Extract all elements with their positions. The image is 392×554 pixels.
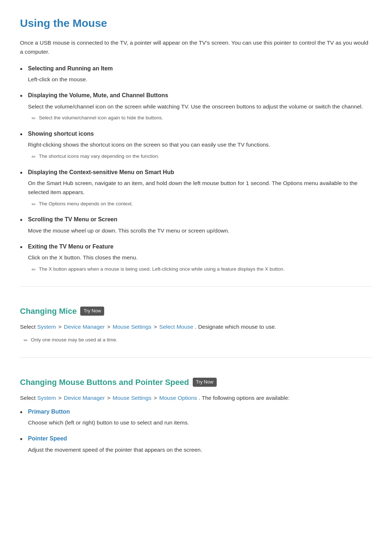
pencil-icon-6: ✏ xyxy=(32,266,36,274)
note-6: ✏ The X button appears when a mouse is b… xyxy=(32,265,372,274)
note-text-3: The shortcut icons may vary depending on… xyxy=(39,152,159,160)
list-item: Exiting the TV Menu or Feature Click on … xyxy=(20,242,372,274)
bullet-text-5: Move the mouse wheel up or down. This sc… xyxy=(28,226,372,235)
list-item: Displaying the Volume, Mute, and Channel… xyxy=(20,91,372,123)
section2-text-before: Select xyxy=(20,395,36,401)
bullet-text-2: Select the volume/channel icon on the sc… xyxy=(28,102,372,111)
section2-bullet-text-2: Adjust the movement speed of the pointer… xyxy=(28,446,372,455)
bullet-heading-5: Scrolling the TV Menu or Screen xyxy=(28,215,372,224)
arrow-6: > xyxy=(154,395,158,401)
page-title: Using the Mouse xyxy=(20,15,372,32)
bullet-text-6: Click on the X button. This closes the m… xyxy=(28,253,372,262)
list-item: Primary Button Choose which (left or rig… xyxy=(20,407,372,427)
section1-link-device-manager[interactable]: Device Manager xyxy=(64,324,105,330)
arrow-2: > xyxy=(107,324,112,330)
main-bullet-list: Selecting and Running an Item Left-click… xyxy=(20,64,372,274)
section2-text: Select System > Device Manager > Mouse S… xyxy=(20,394,372,403)
section1-note: ✏ Only one mouse may be used at a time. xyxy=(24,336,372,344)
arrow-3: > xyxy=(154,324,158,330)
section-divider-2 xyxy=(20,357,372,358)
section1-text: Select System > Device Manager > Mouse S… xyxy=(20,323,372,332)
arrow-1: > xyxy=(58,324,63,330)
list-item: Scrolling the TV Menu or Screen Move the… xyxy=(20,215,372,235)
list-item: Pointer Speed Adjust the movement speed … xyxy=(20,434,372,454)
pencil-icon-4: ✏ xyxy=(32,200,36,208)
section2-link-system[interactable]: System xyxy=(37,395,56,401)
intro-paragraph: Once a USB mouse is connected to the TV,… xyxy=(20,38,372,57)
section2-bullet-heading-2[interactable]: Pointer Speed xyxy=(28,434,372,443)
section1-text-after: . Designate which mouse to use. xyxy=(195,324,276,330)
section2-text-after: . The following options are available: xyxy=(199,395,289,401)
section1-heading: Changing Mice Try Now xyxy=(20,305,372,317)
pencil-icon-s1: ✏ xyxy=(24,336,28,344)
section2-bullet-list: Primary Button Choose which (left or rig… xyxy=(20,407,372,455)
section2-bullet-text-1: Choose which (left or right) button to u… xyxy=(28,418,372,427)
bullet-heading-6: Exiting the TV Menu or Feature xyxy=(28,242,372,251)
section2-bullet-heading-1[interactable]: Primary Button xyxy=(28,407,372,416)
note-text-4: The Options menu depends on the context. xyxy=(39,200,133,208)
section1-link-select-mouse[interactable]: Select Mouse xyxy=(159,324,193,330)
section2-link-mouse-options[interactable]: Mouse Options xyxy=(159,395,197,401)
note-text-2: Select the volume/channel icon again to … xyxy=(39,114,163,122)
note-3: ✏ The shortcut icons may vary depending … xyxy=(32,152,372,161)
try-now-badge-1[interactable]: Try Now xyxy=(80,307,104,316)
arrow-4: > xyxy=(58,395,63,401)
list-item: Displaying the Context-sensitive Menu on… xyxy=(20,168,372,209)
section1-text-before: Select xyxy=(20,324,36,330)
note-4: ✏ The Options menu depends on the contex… xyxy=(32,200,372,208)
section1-link-system[interactable]: System xyxy=(37,324,56,330)
section2-heading: Changing Mouse Buttons and Pointer Speed… xyxy=(20,376,372,389)
bullet-text-1: Left-click on the mouse. xyxy=(28,75,372,84)
section-divider-1 xyxy=(20,286,372,287)
bullet-heading-3: Showing shortcut icons xyxy=(28,129,372,139)
bullet-text-4: On the Smart Hub screen, navigate to an … xyxy=(28,179,372,197)
arrow-5: > xyxy=(107,395,112,401)
section1-link-mouse-settings[interactable]: Mouse Settings xyxy=(113,324,151,330)
section2-link-mouse-settings[interactable]: Mouse Settings xyxy=(113,395,151,401)
section2-link-device-manager[interactable]: Device Manager xyxy=(64,395,105,401)
pencil-icon-3: ✏ xyxy=(32,153,36,161)
list-item: Showing shortcut icons Right-clicking sh… xyxy=(20,129,372,161)
bullet-heading-4: Displaying the Context-sensitive Menu on… xyxy=(28,168,372,177)
list-item: Selecting and Running an Item Left-click… xyxy=(20,64,372,84)
note-2: ✏ Select the volume/channel icon again t… xyxy=(32,114,372,122)
bullet-text-3: Right-clicking shows the shortcut icons … xyxy=(28,140,372,149)
try-now-badge-2[interactable]: Try Now xyxy=(193,378,217,387)
note-text-6: The X button appears when a mouse is bei… xyxy=(39,265,285,273)
bullet-heading-1: Selecting and Running an Item xyxy=(28,64,372,73)
section1-note-text: Only one mouse may be used at a time. xyxy=(31,336,118,344)
pencil-icon-2: ✏ xyxy=(32,114,36,122)
bullet-heading-2: Displaying the Volume, Mute, and Channel… xyxy=(28,91,372,100)
